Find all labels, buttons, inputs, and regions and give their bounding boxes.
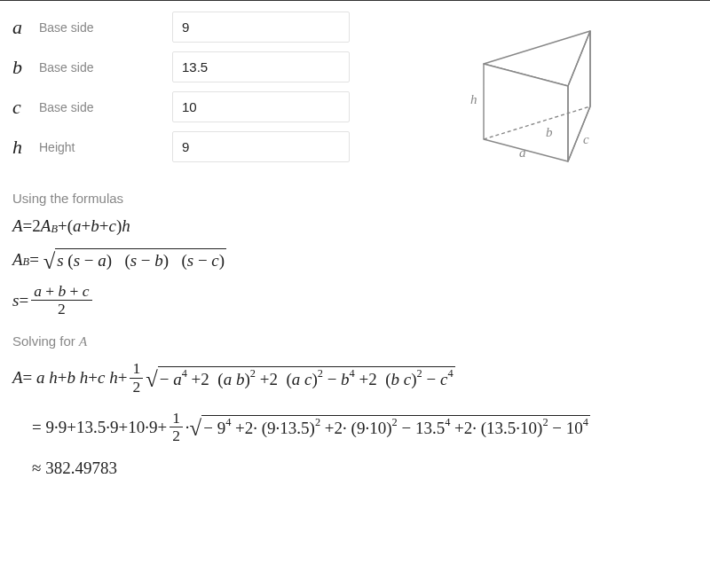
solve-line-1: A = a h + b h + c h + 12 √ − a4 +2 (a b)… [12,360,698,395]
using-formulas-label: Using the formulas [12,191,698,206]
formula-semiperimeter: s = a + b + c 2 [12,283,698,318]
input-row-h: h Height [12,131,367,162]
solving-for-label: Solving for A [12,333,698,349]
solve-line-2: = 9·9 + 13.5·9 + 10·9 + 12 · √ − 94 +2· … [32,410,698,444]
symbol-a: a [12,16,39,39]
formula-area: A = 2 AB + ( a + b + c ) h [12,216,698,236]
symbol-c: c [12,96,39,119]
inputs-column: a Base side b Base side c Base side h He… [12,12,367,175]
solve-line-3: ≈ 382.49783 [32,459,698,478]
label-h: Height [39,140,172,154]
label-a: Base side [39,20,172,35]
input-row-c: c Base side [12,91,367,122]
symbol-b: b [12,56,39,79]
input-h[interactable] [172,131,350,162]
input-c[interactable] [172,91,350,122]
input-a[interactable] [172,12,350,43]
label-b: Base side [39,60,172,74]
diagram-label-a: a [519,145,526,160]
diagram-label-c: c [583,132,589,146]
input-b[interactable] [172,51,350,82]
symbol-h: h [12,136,39,159]
label-c: Base side [39,100,172,114]
formula-heron: AB = √ s (s − a) (s − b) (s − c) [12,248,698,270]
prism-diagram: h b a c [367,12,698,175]
diagram-label-h: h [470,92,477,106]
diagram-label-b: b [546,125,553,139]
input-row-b: b Base side [12,51,367,82]
input-row-a: a Base side [12,12,367,43]
